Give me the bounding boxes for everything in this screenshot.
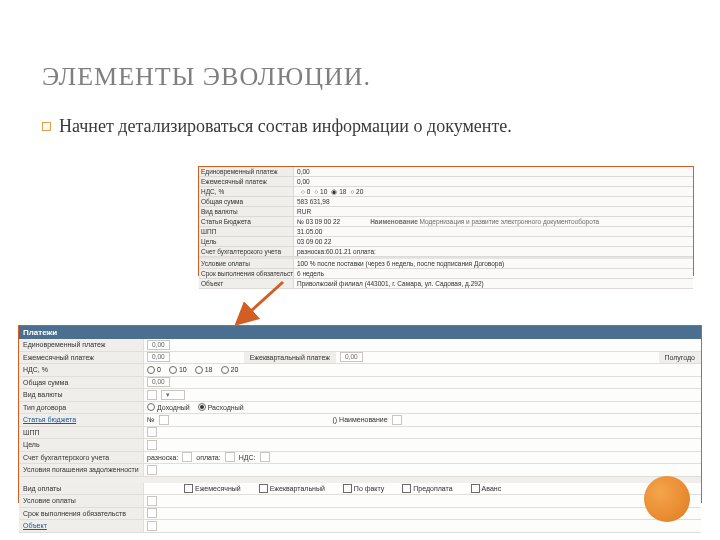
field-value: 100 % после поставки (через 6 недель, по… [294, 259, 693, 268]
svg-line-1 [241, 282, 283, 320]
checkbox-icon [471, 484, 480, 493]
bullet-icon [42, 122, 51, 131]
text-field[interactable] [182, 452, 192, 462]
field-value: 0,00Ежеквартальный платеж0,00Полугодо [144, 352, 701, 364]
field-label[interactable]: Объект [19, 520, 144, 532]
field-label: Общая сумма [199, 197, 294, 206]
dropdown-icon[interactable]: ▾ [161, 390, 185, 400]
checkbox-icon [343, 484, 352, 493]
field-value: № 03 09 00 22Наименование Модернизация и… [294, 217, 693, 226]
top-row: Общая сумма583 631,98 [199, 197, 693, 207]
bottom-row: Цель [19, 439, 701, 452]
top-row: ШПП31.05.00 [199, 227, 693, 237]
field-value: 6 недель [294, 269, 693, 278]
doc-info-top-panel: Единовременный платеж0,00Ежемесячный пла… [198, 166, 694, 276]
field-label: () Наименование [333, 414, 388, 426]
field-label: Условие оплаты [199, 259, 294, 268]
radio-icon [169, 366, 177, 374]
bottom-row: Статья бюджета№() Наименование [19, 414, 701, 427]
radio-option[interactable]: 18 [195, 364, 213, 376]
field-value: 0101820 [144, 364, 701, 376]
top-row: Вид валютыRUR [199, 207, 693, 217]
text-field[interactable]: 0,00 [147, 340, 170, 350]
checkbox-option[interactable]: Предоплата [402, 483, 452, 495]
field-value: разноска:60.01.21 оплата: [294, 247, 693, 256]
field-value: 0,00 [294, 177, 693, 186]
text-field[interactable] [147, 521, 157, 531]
field-value: RUR [294, 207, 693, 216]
radio-option[interactable]: Расходный [198, 402, 244, 414]
field-value: 31.05.00 [294, 227, 693, 236]
top-row: Счет бухгалтерского учетаразноска:60.01.… [199, 247, 693, 257]
slide-title: ЭЛЕМЕНТЫ ЭВОЛЮЦИИ. [42, 62, 371, 92]
radio-option[interactable]: 10 [169, 364, 187, 376]
bottom-row: Счет бухгалтерского учетаразноска:оплата… [19, 452, 701, 465]
bottom-row: Объект [19, 520, 701, 533]
radio-option[interactable]: Доходный [147, 402, 190, 414]
field-label: Срок выполнения обязательств [19, 508, 144, 520]
text-field[interactable]: 0,00 [147, 377, 170, 387]
radio-icon [198, 403, 206, 411]
radio-icon [221, 366, 229, 374]
bullet-row: Начнет детализироваться состав информаци… [42, 116, 512, 137]
text-field[interactable] [147, 508, 157, 518]
checkbox-option[interactable]: Ежемесячный [184, 483, 241, 495]
radio-option[interactable]: 0 [147, 364, 161, 376]
field-value: 0,00 [294, 167, 693, 176]
field-label: Условие оплаты [19, 495, 144, 507]
text-field[interactable]: 0,00 [340, 352, 363, 362]
field-label: Единовременный платеж [19, 339, 144, 351]
field-label: Общая сумма [19, 377, 144, 389]
field-value: ЕжемесячныйЕжеквартальныйПо фактуПредопл… [144, 483, 701, 495]
field-value: 03 09 00 22 [294, 237, 693, 246]
text-field[interactable] [147, 440, 157, 450]
field-value: 583 631,98 [294, 197, 693, 206]
checkbox-option[interactable]: По факту [343, 483, 384, 495]
field-value [144, 520, 701, 532]
bottom-row: Условие оплаты [19, 495, 701, 508]
text-field[interactable] [159, 415, 169, 425]
field-label: Цель [199, 237, 294, 246]
field-label[interactable]: Статья бюджета [19, 414, 144, 426]
top-row: Срок выполнения обязательств6 недель [199, 269, 693, 279]
field-label: Вид валюты [19, 389, 144, 401]
radio-icon [195, 366, 203, 374]
bottom-row: Общая сумма0,00 [19, 377, 701, 390]
bottom-row: Ежемесячный платеж0,00Ежеквартальный пла… [19, 352, 701, 365]
text-field[interactable] [147, 465, 157, 475]
field-prefix: № [147, 414, 155, 426]
text-field[interactable] [147, 496, 157, 506]
text-field[interactable] [392, 415, 402, 425]
text-field[interactable] [260, 452, 270, 462]
field-sublabel: оплата: [196, 452, 220, 464]
field-label: Срок выполнения обязательств [199, 269, 294, 278]
field-sublabel: НДС: [239, 452, 256, 464]
field-label: ШПП [199, 227, 294, 236]
top-row: Условие оплаты100 % после поставки (чере… [199, 259, 693, 269]
checkbox-option[interactable]: Аванс [471, 483, 502, 495]
checkbox-option[interactable]: Ежеквартальный [259, 483, 325, 495]
bottom-row: Срок выполнения обязательств [19, 508, 701, 521]
field-value: №() Наименование [144, 414, 701, 426]
field-label: Счет бухгалтерского учета [19, 452, 144, 464]
field-label: Счет бухгалтерского учета [199, 247, 294, 256]
field-label: Тип договора [19, 402, 144, 414]
top-row: Статья Бюджета№ 03 09 00 22Наименование … [199, 217, 693, 227]
radio-option[interactable]: 20 [221, 364, 239, 376]
text-field[interactable]: 0,00 [147, 352, 170, 362]
field-label: Полугодо [659, 352, 701, 364]
decor-circle [644, 476, 690, 522]
field-label: Единовременный платеж [199, 167, 294, 176]
bottom-row: Условия погашения задолженности [19, 464, 701, 477]
bottom-row: ШПП [19, 427, 701, 440]
checkbox-icon [259, 484, 268, 493]
bullet-text: Начнет детализироваться состав информаци… [59, 116, 512, 137]
text-field[interactable] [147, 390, 157, 400]
field-label: Условия погашения задолженности [19, 464, 144, 476]
text-field[interactable] [147, 427, 157, 437]
text-field[interactable] [225, 452, 235, 462]
bottom-row: Единовременный платеж0,00 [19, 339, 701, 352]
field-value [144, 495, 701, 507]
field-value: ○ 0○ 10◉ 18○ 20 [294, 187, 693, 196]
field-label: НДС, % [19, 364, 144, 376]
